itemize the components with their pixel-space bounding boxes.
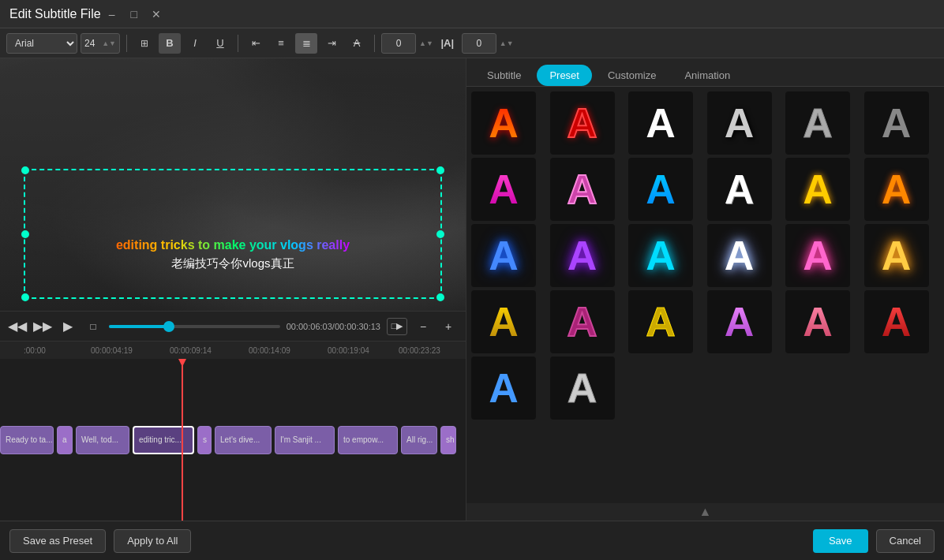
preset-7[interactable]: A	[471, 158, 536, 221]
font-color-btn[interactable]: |A|	[436, 33, 459, 54]
preset-22[interactable]: A	[707, 290, 772, 353]
close-button[interactable]: ✕	[145, 3, 167, 25]
clip-4[interactable]: Let's dive...	[215, 426, 272, 454]
preset-15[interactable]: A	[628, 224, 693, 287]
cancel-button[interactable]: Cancel	[876, 529, 935, 553]
preset-5[interactable]: A	[785, 91, 850, 155]
preset-21[interactable]: A	[628, 290, 693, 353]
video-area: editing tricks to make your vlogs really…	[0, 58, 466, 311]
sep3	[374, 35, 375, 52]
step-back-btn[interactable]: ◀◀	[8, 317, 27, 336]
preset-4[interactable]: A	[707, 91, 772, 155]
preset-11[interactable]: A	[785, 158, 850, 221]
clip-6[interactable]: to empow...	[338, 426, 398, 454]
video-bg: editing tricks to make your vlogs really…	[0, 58, 466, 311]
num2-arrows[interactable]: ▲▼	[500, 39, 514, 47]
preset-13[interactable]: A	[471, 224, 536, 287]
zoom-in-btn[interactable]: +	[439, 317, 458, 336]
clip-1[interactable]: Ready to ta...	[0, 426, 54, 454]
tab-preset[interactable]: Preset	[537, 65, 592, 86]
preset-10[interactable]: A	[707, 158, 772, 221]
clip-7[interactable]: All rig...	[401, 426, 437, 454]
main-area: editing tricks to make your vlogs really…	[0, 58, 944, 521]
timeline: :00:00 00:00:04:19 00:00:09:14 00:00:14:…	[0, 341, 466, 521]
clip-1b[interactable]: a	[57, 426, 73, 454]
align-left-btn[interactable]: ⇤	[245, 33, 267, 54]
preset-1[interactable]: A	[471, 91, 536, 155]
align-center-btn[interactable]: ≡	[270, 33, 292, 54]
align-active-btn[interactable]: ≣	[295, 33, 317, 54]
font-select[interactable]: Arial	[6, 33, 77, 54]
clip-7b[interactable]: sh	[440, 426, 456, 454]
save-preset-button[interactable]: Save as Preset	[9, 529, 106, 553]
save-button[interactable]: Save	[813, 529, 868, 553]
preset-8[interactable]: A	[550, 158, 615, 221]
minimize-button[interactable]: –	[101, 3, 123, 25]
italic-btn[interactable]: I	[184, 33, 206, 54]
ruler-1: 00:00:04:19	[91, 346, 133, 355]
tab-animation[interactable]: Animation	[672, 65, 743, 86]
preset-6[interactable]: A	[864, 91, 929, 155]
font-size-box[interactable]: 24 ▲▼	[81, 33, 120, 54]
preset-26[interactable]: A	[550, 357, 615, 420]
num2-box: 0	[462, 33, 496, 54]
subtitle-line2: 老编技巧令你vlogs真正	[171, 256, 294, 271]
clip-3[interactable]: editing tric...	[133, 426, 194, 454]
bottom-bar: Save as Preset Apply to All Save Cancel	[0, 521, 944, 560]
tabs-bar: Subtitle Preset Customize Animation	[466, 58, 944, 87]
preset-17[interactable]: A	[785, 224, 850, 287]
timeline-track: T Ready to ta... a Well, tod... editing …	[0, 359, 466, 521]
num1-arrows[interactable]: ▲▼	[419, 39, 433, 47]
strikethrough-btn[interactable]: A	[346, 33, 368, 54]
num2-value: 0	[476, 38, 481, 49]
right-panel: Subtitle Preset Customize Animation A A …	[466, 58, 944, 521]
sep2	[238, 35, 238, 52]
text-columns-btn[interactable]: ⊞	[133, 33, 155, 54]
underline-btn[interactable]: U	[209, 33, 231, 54]
preset-12[interactable]: A	[864, 158, 929, 221]
subtitle-line1: editing tricks to make your vlogs really	[116, 238, 350, 252]
clip-3b[interactable]: s	[197, 426, 212, 454]
time-total: 00:00:30:13	[335, 322, 380, 331]
preset-14[interactable]: A	[550, 224, 615, 287]
num1-value: 0	[396, 38, 402, 49]
preset-24[interactable]: A	[864, 290, 929, 353]
bold-btn[interactable]: B	[159, 33, 181, 54]
preset-18[interactable]: A	[864, 224, 929, 287]
preset-2[interactable]: A	[550, 91, 615, 155]
preset-19[interactable]: A	[471, 290, 536, 353]
num1-box: 0	[381, 33, 416, 54]
clip-btn[interactable]: □▶	[387, 318, 407, 335]
fullscreen-btn[interactable]: □	[84, 317, 103, 336]
preset-16[interactable]: A	[707, 224, 772, 287]
clip-5[interactable]: I'm Sanjit ...	[275, 426, 335, 454]
left-panel: editing tricks to make your vlogs really…	[0, 58, 466, 521]
zoom-out-btn[interactable]: −	[414, 317, 433, 336]
preset-25[interactable]: A	[471, 357, 536, 420]
preset-23[interactable]: A	[785, 290, 850, 353]
up-arrow-icon: ▲	[699, 505, 712, 519]
align-right-btn[interactable]: ⇥	[320, 33, 343, 54]
grid-scroll-arrow[interactable]: ▲	[466, 503, 944, 521]
play-btn[interactable]: ▶	[58, 317, 77, 336]
title-text: Edit Subtitle File	[9, 7, 101, 21]
step-forward-btn[interactable]: ▶▶	[33, 317, 52, 336]
progress-thumb[interactable]	[163, 321, 174, 332]
preset-9[interactable]: A	[628, 158, 693, 221]
time-display: 00:00:06:03/00:00:30:13	[287, 322, 380, 331]
timeline-ruler: :00:00 00:00:04:19 00:00:09:14 00:00:14:…	[0, 342, 466, 359]
playhead[interactable]	[182, 359, 183, 521]
maximize-button[interactable]: □	[123, 3, 145, 25]
ruler-2: 00:00:09:14	[170, 346, 212, 355]
preset-grid: A A A A A A A A	[466, 87, 944, 503]
ruler-5: 00:00:23:23	[399, 346, 440, 355]
apply-all-button[interactable]: Apply to All	[114, 529, 191, 553]
progress-bar[interactable]	[109, 325, 280, 328]
tab-customize[interactable]: Customize	[595, 65, 669, 86]
tab-subtitle[interactable]: Subtitle	[474, 65, 534, 86]
ruler-4: 00:00:19:04	[328, 346, 369, 355]
preset-3[interactable]: A	[628, 91, 693, 155]
video-controls: ◀◀ ▶▶ ▶ □ 00:00:06:03/00:00:30:13 □▶ − +	[0, 311, 466, 341]
preset-20[interactable]: A	[550, 290, 615, 353]
clip-2[interactable]: Well, tod...	[76, 426, 129, 454]
